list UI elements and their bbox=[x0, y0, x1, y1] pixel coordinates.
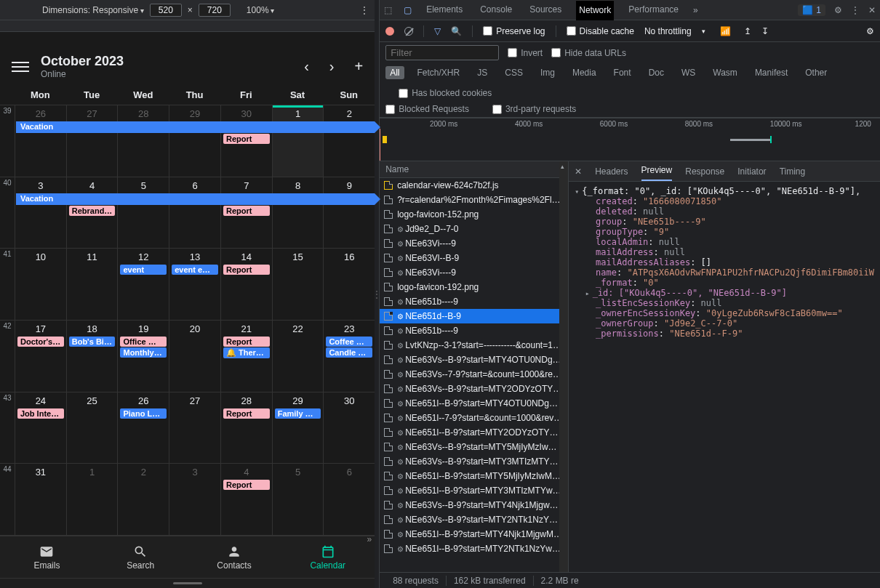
calendar-event[interactable]: Report bbox=[223, 337, 270, 347]
day-cell[interactable]: 16 bbox=[323, 249, 375, 320]
calendar-event[interactable]: Piano Le… bbox=[120, 408, 167, 419]
request-row[interactable]: NEe63Vi----9 bbox=[380, 265, 568, 280]
menu-icon[interactable]: ⋮ bbox=[851, 5, 860, 15]
day-cell[interactable]: 17Doctor's… bbox=[15, 321, 66, 392]
detail-tab-timing[interactable]: Timing bbox=[780, 166, 806, 177]
day-cell[interactable]: 29 bbox=[169, 105, 220, 177]
day-cell[interactable]: 26 bbox=[15, 105, 66, 177]
day-cell[interactable]: 22 bbox=[272, 321, 324, 392]
calendar-event[interactable]: Coffee … bbox=[326, 337, 372, 347]
request-row[interactable]: NEe63Vi----9 bbox=[380, 236, 568, 251]
issues-badge[interactable]: 🟦 1 bbox=[798, 4, 825, 16]
response-preview[interactable]: {_format: "0", _id: ["KOuk4q5----0", "NE… bbox=[569, 182, 880, 572]
day-cell[interactable]: 3 bbox=[169, 464, 220, 535]
calendar-event[interactable]: event e… bbox=[172, 265, 218, 275]
device-mode-icon[interactable]: ▢ bbox=[404, 5, 412, 15]
day-cell[interactable]: 30 bbox=[323, 392, 375, 464]
filter-input[interactable] bbox=[385, 45, 499, 60]
throttling-dropdown[interactable]: No throttling bbox=[644, 26, 692, 36]
request-row[interactable]: NEe651l--B-9?start=MTY2NTk1NzYw… bbox=[380, 541, 568, 556]
calendar-event[interactable]: Bob's Bi… bbox=[69, 337, 116, 347]
day-cell[interactable]: 27 bbox=[169, 392, 220, 464]
record-button[interactable] bbox=[385, 27, 394, 36]
day-cell[interactable]: 2 bbox=[117, 464, 169, 535]
day-cell[interactable]: 10 bbox=[15, 249, 66, 320]
hide-data-urls-checkbox[interactable]: Hide data URLs bbox=[551, 48, 626, 58]
calendar-event[interactable]: Office … bbox=[120, 337, 167, 347]
nav-calendar[interactable]: Calendar bbox=[281, 536, 375, 578]
drag-handle[interactable] bbox=[0, 578, 375, 588]
type-filter-wasm[interactable]: Wasm bbox=[708, 66, 742, 79]
day-cell[interactable]: 15 bbox=[272, 249, 324, 320]
calendar-event[interactable]: Report bbox=[223, 265, 270, 275]
request-row[interactable]: logo-favicon-192.png bbox=[380, 280, 568, 294]
request-row[interactable]: LvtKNzp--3-1?start=-----------&count=1… bbox=[380, 338, 568, 353]
network-conditions-icon[interactable]: 📶 bbox=[720, 26, 731, 36]
calendar-event[interactable]: Candle … bbox=[326, 347, 372, 358]
tab-sources[interactable]: Sources bbox=[527, 0, 564, 20]
calendar-event[interactable]: Report bbox=[223, 480, 270, 490]
request-row[interactable]: NEe651d--B-9 bbox=[380, 309, 568, 323]
more-tabs-icon[interactable]: » bbox=[693, 5, 698, 15]
viewport-width-input[interactable] bbox=[150, 4, 182, 17]
request-row[interactable]: NEe63Vs--B-9?start=MTY4OTU0NDg… bbox=[380, 353, 568, 367]
type-filter-other[interactable]: Other bbox=[801, 66, 831, 79]
day-cell[interactable]: 27 bbox=[66, 105, 118, 177]
invert-checkbox[interactable]: Invert bbox=[508, 48, 543, 58]
nav-search[interactable]: Search bbox=[94, 536, 188, 578]
prev-month-icon[interactable]: ‹ bbox=[304, 58, 309, 75]
request-row[interactable]: NEe651l--B-9?start=MTY5MjIyMzIwM… bbox=[380, 469, 568, 483]
detail-tab-headers[interactable]: Headers bbox=[595, 166, 628, 177]
day-cell[interactable]: 11 bbox=[66, 249, 118, 320]
day-cell[interactable]: 14Report bbox=[220, 249, 272, 320]
detail-tab-response[interactable]: Response bbox=[685, 166, 724, 177]
detail-tab-initiator[interactable]: Initiator bbox=[737, 166, 766, 177]
day-cell[interactable]: 31 bbox=[15, 464, 66, 535]
filter-toggle-icon[interactable]: ▽ bbox=[434, 26, 441, 36]
close-devtools-icon[interactable]: ✕ bbox=[868, 5, 876, 15]
calendar-event[interactable]: Doctor's… bbox=[17, 337, 64, 347]
day-cell[interactable]: 23Coffee …Candle … bbox=[323, 321, 375, 392]
detail-tab-preview[interactable]: Preview bbox=[641, 161, 673, 181]
type-filter-media[interactable]: Media bbox=[568, 66, 601, 79]
day-cell[interactable]: 5 bbox=[272, 464, 324, 535]
type-filter-js[interactable]: JS bbox=[473, 66, 492, 79]
disable-cache-checkbox[interactable]: Disable cache bbox=[567, 26, 634, 36]
calendar-event[interactable]: Report bbox=[223, 408, 270, 419]
day-cell[interactable]: 1 bbox=[272, 105, 324, 177]
calendar-event[interactable]: Report bbox=[223, 134, 270, 144]
zoom-dropdown[interactable]: 100% bbox=[247, 5, 274, 15]
clear-button[interactable] bbox=[404, 27, 413, 36]
preserve-log-checkbox[interactable]: Preserve log bbox=[483, 26, 545, 36]
tab-elements[interactable]: Elements bbox=[423, 0, 465, 20]
throttling-caret[interactable]: ▾ bbox=[702, 28, 705, 35]
day-cell[interactable]: 9 bbox=[323, 177, 375, 249]
calendar-event[interactable]: event bbox=[120, 265, 167, 275]
download-har-icon[interactable]: ↧ bbox=[761, 26, 769, 36]
request-row[interactable]: NEe651l--7-9?start=&count=1000&rev… bbox=[380, 411, 568, 425]
calendar-event[interactable]: Rebrand… bbox=[69, 206, 116, 216]
type-filter-all[interactable]: All bbox=[385, 66, 404, 79]
day-cell[interactable]: 29Family D… bbox=[272, 392, 324, 464]
day-cell[interactable]: 20 bbox=[169, 321, 220, 392]
request-row[interactable]: NEe651b----9 bbox=[380, 294, 568, 309]
type-filter-img[interactable]: Img bbox=[536, 66, 559, 79]
close-detail-icon[interactable]: ✕ bbox=[575, 166, 582, 177]
viewport-height-input[interactable] bbox=[199, 4, 231, 17]
day-cell[interactable]: 4Report bbox=[220, 464, 272, 535]
type-filter-font[interactable]: Font bbox=[609, 66, 636, 79]
blocked-cookies-checkbox[interactable]: Has blocked cookies bbox=[399, 88, 492, 98]
request-row[interactable]: calendar-view-624c7b2f.js bbox=[380, 178, 568, 193]
type-filter-fetch/xhr[interactable]: Fetch/XHR bbox=[413, 66, 465, 79]
resource-type-filter[interactable]: AllFetch/XHRJSCSSImgMediaFontDocWSWasmMa… bbox=[385, 66, 831, 79]
calendar-event[interactable]: Job Inte… bbox=[17, 408, 64, 419]
request-row[interactable]: ?r=calendar%2Fmonth%2Fimages%2Flo... bbox=[380, 193, 568, 207]
menu-icon[interactable] bbox=[12, 58, 29, 76]
inspect-icon[interactable]: ⬚ bbox=[384, 5, 392, 15]
request-row[interactable]: NEe63Vs--B-9?start=MTY2NTk1NzYw… bbox=[380, 512, 568, 527]
calendar-event[interactable]: 🔔 Therapy. bbox=[223, 347, 270, 358]
calendar-event[interactable]: Family D… bbox=[275, 408, 321, 419]
day-cell[interactable]: 1 bbox=[66, 464, 118, 535]
type-filter-css[interactable]: CSS bbox=[500, 66, 527, 79]
request-row[interactable]: NEe651l--B-9?start=MTY2ODYzOTYw… bbox=[380, 425, 568, 440]
